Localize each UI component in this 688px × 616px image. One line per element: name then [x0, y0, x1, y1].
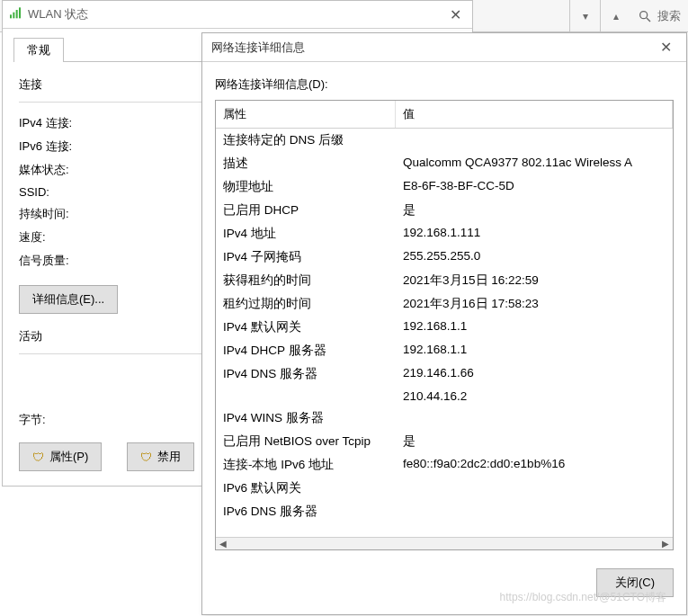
- table-row[interactable]: IPv4 DNS 服务器219.146.1.66: [216, 362, 673, 386]
- cell-value: 192.168.1.111: [396, 224, 673, 244]
- details-titlebar: 网络连接详细信息 ✕: [202, 33, 686, 62]
- cell-value: 是: [396, 432, 673, 451]
- cell-value: 210.44.16.2: [396, 388, 673, 405]
- details-table-body: 连接特定的 DNS 后缀描述Qualcomm QCA9377 802.11ac …: [216, 129, 673, 537]
- details-title: 网络连接详细信息: [211, 40, 305, 56]
- details-button[interactable]: 详细信息(E)...: [19, 285, 118, 314]
- cell-property: IPv6 DNS 服务器: [216, 502, 396, 522]
- cell-value: fe80::f9a0:2dc2:dd0:e1bb%16: [396, 455, 673, 475]
- cell-value: 是: [396, 201, 673, 220]
- svg-line-1: [647, 18, 650, 22]
- cell-property: 租约过期的时间: [216, 294, 396, 314]
- table-row[interactable]: 连接-本地 IPv6 地址fe80::f9a0:2dc2:dd0:e1bb%16: [216, 453, 673, 477]
- table-row[interactable]: 描述Qualcomm QCA9377 802.11ac Wireless A: [216, 152, 673, 175]
- svg-rect-3: [13, 12, 14, 18]
- cell-property: 连接-本地 IPv6 地址: [216, 455, 396, 475]
- nav-back-button[interactable]: ▾: [569, 0, 600, 32]
- table-row[interactable]: IPv4 地址192.168.1.111: [216, 222, 673, 246]
- table-row[interactable]: 物理地址E8-6F-38-BF-CC-5D: [216, 175, 673, 199]
- cell-property: 获得租约的时间: [216, 271, 396, 290]
- table-row[interactable]: 获得租约的时间2021年3月15日 16:22:59: [216, 269, 673, 292]
- shield-icon: 🛡: [32, 451, 44, 464]
- col-property[interactable]: 属性: [216, 101, 396, 128]
- cell-value: 192.168.1.1: [396, 341, 673, 361]
- table-row[interactable]: 210.44.16.2: [216, 386, 673, 406]
- cell-property: 已启用 NetBIOS over Tcpip: [216, 432, 396, 451]
- cell-property: IPv4 WINS 服务器: [216, 408, 396, 428]
- cell-value: Qualcomm QCA9377 802.11ac Wireless A: [396, 154, 673, 174]
- cell-property: IPv4 子网掩码: [216, 247, 396, 267]
- cell-value: 192.168.1.1: [396, 317, 673, 337]
- cell-value: [396, 478, 673, 498]
- tab-general[interactable]: 常规: [13, 38, 64, 62]
- horizontal-scrollbar[interactable]: ◀ ▶: [216, 537, 673, 549]
- details-close-button[interactable]: ✕: [655, 39, 677, 56]
- chevron-up-icon: ▴: [613, 10, 619, 22]
- cell-property: 描述: [216, 154, 396, 174]
- label-duration: 持续时间:: [19, 206, 136, 222]
- cell-value: [396, 502, 673, 522]
- cell-property: 已启用 DHCP: [216, 201, 396, 220]
- cell-property: [216, 388, 396, 405]
- details-table: 属性 值 连接特定的 DNS 后缀描述Qualcomm QCA9377 802.…: [215, 100, 674, 550]
- label-speed: 速度:: [19, 229, 136, 246]
- cell-value: 255.255.255.0: [396, 247, 673, 267]
- cell-value: E8-6F-38-BF-CC-5D: [396, 177, 673, 197]
- shield-icon: 🛡: [140, 451, 152, 464]
- wlan-close-button[interactable]: ✕: [444, 6, 467, 23]
- cell-value: [396, 130, 673, 150]
- search-box[interactable]: 搜索: [630, 8, 688, 24]
- chevron-down-icon: ▾: [583, 10, 588, 22]
- cell-property: IPv4 默认网关: [216, 317, 396, 337]
- label-ipv4-conn: IPv4 连接:: [19, 115, 136, 131]
- wifi-icon: [8, 6, 22, 23]
- bytes-label: 字节:: [19, 412, 105, 428]
- wlan-title: WLAN 状态: [28, 6, 88, 22]
- table-row[interactable]: IPv6 默认网关: [216, 477, 673, 500]
- table-row[interactable]: IPv4 WINS 服务器: [216, 406, 673, 430]
- cell-property: IPv4 DNS 服务器: [216, 364, 396, 384]
- svg-rect-4: [16, 10, 18, 18]
- table-row[interactable]: IPv4 子网掩码255.255.255.0: [216, 246, 673, 269]
- label-media-state: 媒体状态:: [19, 162, 136, 178]
- table-row[interactable]: IPv6 DNS 服务器: [216, 500, 673, 523]
- svg-rect-2: [10, 14, 12, 18]
- search-icon: [638, 9, 652, 23]
- cell-property: 物理地址: [216, 177, 396, 197]
- wlan-titlebar: WLAN 状态 ✕: [3, 1, 472, 29]
- table-row[interactable]: 租约过期的时间2021年3月16日 17:58:23: [216, 292, 673, 316]
- scroll-left-button[interactable]: ◀: [216, 538, 230, 550]
- cell-value: 2021年3月16日 17:58:23: [396, 294, 673, 314]
- cell-property: IPv6 默认网关: [216, 478, 396, 498]
- search-placeholder: 搜索: [657, 8, 681, 24]
- watermark: https://blog.csdn.net/@51CTO博客: [500, 590, 666, 605]
- label-ssid: SSID:: [19, 185, 136, 199]
- table-row[interactable]: 连接特定的 DNS 后缀: [216, 129, 673, 152]
- disable-button[interactable]: 🛡禁用: [127, 442, 194, 471]
- svg-point-0: [640, 11, 648, 18]
- table-row[interactable]: 已启用 NetBIOS over Tcpip是: [216, 430, 673, 453]
- cell-property: IPv4 DHCP 服务器: [216, 341, 396, 361]
- cell-property: 连接特定的 DNS 后缀: [216, 130, 396, 150]
- nav-up-button[interactable]: ▴: [600, 0, 630, 32]
- label-ipv6-conn: IPv6 连接:: [19, 138, 136, 155]
- network-details-dialog: 网络连接详细信息 ✕ 网络连接详细信息(D): 属性 值 连接特定的 DNS 后…: [201, 32, 687, 615]
- table-row[interactable]: IPv4 默认网关192.168.1.1: [216, 316, 673, 339]
- svg-rect-5: [19, 7, 21, 18]
- cell-value: [396, 408, 673, 428]
- table-row[interactable]: IPv4 DHCP 服务器192.168.1.1: [216, 339, 673, 362]
- table-row[interactable]: 已启用 DHCP是: [216, 199, 673, 222]
- col-value[interactable]: 值: [396, 101, 673, 128]
- cell-property: IPv4 地址: [216, 224, 396, 244]
- cell-value: 2021年3月15日 16:22:59: [396, 271, 673, 290]
- cell-value: 219.146.1.66: [396, 364, 673, 384]
- properties-button[interactable]: 🛡属性(P): [19, 442, 102, 471]
- scroll-right-button[interactable]: ▶: [658, 538, 673, 550]
- details-sub-label: 网络连接详细信息(D):: [215, 73, 674, 100]
- label-signal: 信号质量:: [19, 253, 136, 269]
